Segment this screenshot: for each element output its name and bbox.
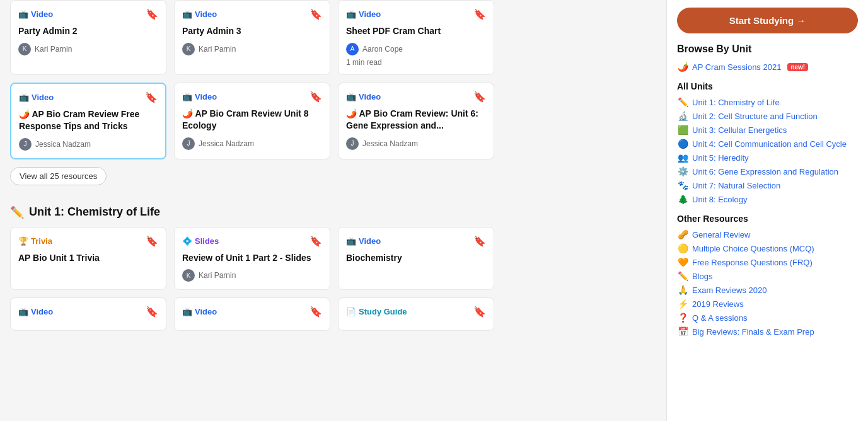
- avatar: K: [182, 269, 195, 282]
- mcq-icon: 🟡: [677, 243, 688, 253]
- new-badge: new!: [787, 63, 808, 71]
- cta-button[interactable]: Start Studying →: [677, 8, 858, 33]
- card-title: Party Admin 2: [18, 25, 158, 38]
- video-icon: 📺: [18, 307, 28, 316]
- card-author: J Jessica Nadzam: [346, 137, 486, 150]
- unit1-cards: 🏆 Trivia 🔖 AP Bio Unit 1 Trivia 💠 Slides…: [10, 227, 656, 291]
- view-all-button[interactable]: View all 25 resources: [10, 167, 107, 185]
- bookmark-icon[interactable]: 🔖: [146, 8, 158, 20]
- big-reviews-link[interactable]: Big Reviews: Finals & Exam Prep: [692, 327, 814, 337]
- unit8-link[interactable]: Unit 8: Ecology: [692, 195, 747, 204]
- study-guide-icon: 📄: [346, 307, 356, 316]
- general-review-icon: 🥜: [677, 229, 688, 239]
- sidebar-item-unit1[interactable]: ✏️ Unit 1: Chemistry of Life: [677, 95, 858, 109]
- card-bottom-3[interactable]: 📄 Study Guide 🔖: [338, 297, 494, 331]
- video-icon: 📺: [346, 92, 356, 101]
- card-party-admin-3[interactable]: 📺 Video 🔖 Party Admin 3 K Kari Parnin: [174, 0, 330, 75]
- bookmark-icon[interactable]: 🔖: [146, 306, 158, 318]
- card-bottom-2[interactable]: 📺 Video 🔖: [174, 297, 330, 331]
- sidebar-item-general-review[interactable]: 🥜 General Review: [677, 228, 858, 241]
- bookmark-icon[interactable]: 🔖: [310, 306, 322, 318]
- qa-icon: ❓: [677, 313, 688, 323]
- exam-reviews-link[interactable]: Exam Reviews 2020: [692, 285, 767, 295]
- unit4-link[interactable]: Unit 4: Cell Communication and Cell Cycl…: [692, 139, 847, 149]
- card-type-label: 📺 Video: [182, 307, 217, 316]
- sidebar: Start Studying → Browse By Unit 🌶️ AP Cr…: [666, 0, 868, 421]
- card-free-response[interactable]: 📺 Video 🔖 🌶️ AP Bio Cram Review Free Res…: [10, 83, 166, 159]
- sidebar-item-mcq[interactable]: 🟡 Multiple Choice Questions (MCQ): [677, 241, 858, 255]
- card-title: 🌶️ AP Bio Cram Review Unit 8 Ecology: [182, 108, 322, 132]
- sidebar-item-unit6[interactable]: ⚙️ Unit 6: Gene Expression and Regulatio…: [677, 164, 858, 178]
- sidebar-item-2019-reviews[interactable]: ⚡ 2019 Reviews: [677, 297, 858, 311]
- frq-link[interactable]: Free Response Questions (FRQ): [692, 258, 813, 267]
- sidebar-item-frq[interactable]: 🧡 Free Response Questions (FRQ): [677, 255, 858, 269]
- card-slides[interactable]: 💠 Slides 🔖 Review of Unit 1 Part 2 - Sli…: [174, 227, 330, 291]
- card-trivia[interactable]: 🏆 Trivia 🔖 AP Bio Unit 1 Trivia: [10, 227, 166, 291]
- unit4-icon: 🔵: [677, 139, 688, 149]
- mcq-link[interactable]: Multiple Choice Questions (MCQ): [692, 244, 814, 253]
- unit1-link[interactable]: Unit 1: Chemistry of Life: [692, 98, 780, 107]
- bookmark-icon[interactable]: 🔖: [473, 306, 486, 318]
- card-author: K Kari Parnin: [182, 43, 322, 55]
- card-type-label: 📺 Video: [18, 9, 53, 19]
- unit5-link[interactable]: Unit 5: Heredity: [692, 153, 749, 163]
- chili-icon: 🌶️: [182, 108, 193, 118]
- cram-review-cards: 📺 Video 🔖 🌶️ AP Bio Cram Review Free Res…: [10, 83, 656, 159]
- 2019-reviews-link[interactable]: 2019 Reviews: [692, 299, 744, 309]
- card-type-label: 🏆 Trivia: [18, 236, 52, 246]
- video-icon: 📺: [182, 307, 192, 316]
- bookmark-icon[interactable]: 🔖: [145, 91, 158, 103]
- card-type-label: 📺 Video: [346, 9, 381, 19]
- cram-sessions-link[interactable]: AP Cram Sessions 2021: [692, 62, 781, 72]
- bookmark-icon[interactable]: 🔖: [310, 91, 322, 103]
- sidebar-item-unit3[interactable]: 🟩 Unit 3: Cellular Energetics: [677, 123, 858, 137]
- card-author: J Jessica Nadzam: [182, 137, 322, 150]
- card-type-label: 📺 Video: [19, 93, 54, 102]
- bookmark-icon[interactable]: 🔖: [473, 235, 486, 247]
- card-type-label: 📺 Video: [182, 92, 217, 101]
- card-unit8-ecology[interactable]: 📺 Video 🔖 🌶️ AP Bio Cram Review Unit 8 E…: [174, 83, 330, 159]
- unit7-link[interactable]: Unit 7: Natural Selection: [692, 181, 780, 190]
- unit8-icon: 🌲: [677, 194, 688, 204]
- unit1-section-header: ✏️ Unit 1: Chemistry of Life: [10, 205, 656, 219]
- unit5-icon: 👥: [677, 153, 688, 163]
- sidebar-item-unit5[interactable]: 👥 Unit 5: Heredity: [677, 151, 858, 164]
- general-review-link[interactable]: General Review: [692, 230, 751, 239]
- cram-sessions-icon: 🌶️: [677, 62, 688, 72]
- card-unit6-gene[interactable]: 📺 Video 🔖 🌶️ AP Bio Cram Review: Unit 6:…: [338, 83, 494, 159]
- slides-icon: 💠: [182, 236, 192, 246]
- card-bottom-1[interactable]: 📺 Video 🔖: [10, 297, 166, 331]
- sidebar-item-blogs[interactable]: ✏️ Blogs: [677, 269, 858, 283]
- bookmark-icon[interactable]: 🔖: [310, 8, 322, 20]
- sidebar-item-big-reviews[interactable]: 📅 Big Reviews: Finals & Exam Prep: [677, 325, 858, 338]
- card-party-admin-2[interactable]: 📺 Video 🔖 Party Admin 2 K Kari Parnin: [10, 0, 166, 75]
- unit3-link[interactable]: Unit 3: Cellular Energetics: [692, 125, 787, 135]
- prev-section-cards: 📺 Video 🔖 Party Admin 2 K Kari Parnin 📺 …: [10, 0, 656, 75]
- sidebar-item-unit7[interactable]: 🐾 Unit 7: Natural Selection: [677, 178, 858, 192]
- other-resources-label: Other Resources: [677, 214, 858, 224]
- sidebar-item-unit2[interactable]: 🔬 Unit 2: Cell Structure and Function: [677, 109, 858, 123]
- card-sheet-pdf[interactable]: 📺 Video 🔖 Sheet PDF Cram Chart A Aaron C…: [338, 0, 494, 75]
- blogs-link[interactable]: Blogs: [692, 272, 713, 281]
- blogs-icon: ✏️: [677, 271, 688, 281]
- sidebar-item-unit8[interactable]: 🌲 Unit 8: Ecology: [677, 192, 858, 206]
- bookmark-icon[interactable]: 🔖: [473, 8, 486, 20]
- sidebar-item-qa[interactable]: ❓ Q & A sessions: [677, 311, 858, 325]
- qa-link[interactable]: Q & A sessions: [692, 313, 747, 323]
- card-title: 🌶️ AP Bio Cram Review: Unit 6: Gene Expr…: [346, 108, 486, 132]
- unit2-icon: 🔬: [677, 111, 688, 121]
- card-author: K Kari Parnin: [182, 269, 322, 282]
- bookmark-icon[interactable]: 🔖: [146, 235, 158, 247]
- bookmark-icon[interactable]: 🔖: [310, 235, 322, 247]
- 2019-reviews-icon: ⚡: [677, 299, 688, 309]
- unit2-link[interactable]: Unit 2: Cell Structure and Function: [692, 112, 818, 121]
- card-biochemistry[interactable]: 📺 Video 🔖 Biochemistry: [338, 227, 494, 291]
- sidebar-item-cram-sessions[interactable]: 🌶️ AP Cram Sessions 2021 new!: [677, 60, 858, 74]
- browse-by-unit-title: Browse By Unit: [677, 43, 858, 55]
- bottom-cards: 📺 Video 🔖 📺 Video 🔖: [10, 297, 656, 331]
- sidebar-item-unit4[interactable]: 🔵 Unit 4: Cell Communication and Cell Cy…: [677, 137, 858, 151]
- unit3-icon: 🟩: [677, 125, 688, 135]
- sidebar-item-exam-reviews-2020[interactable]: 🙏 Exam Reviews 2020: [677, 283, 858, 297]
- unit6-link[interactable]: Unit 6: Gene Expression and Regulation: [692, 167, 838, 176]
- bookmark-icon[interactable]: 🔖: [473, 91, 486, 103]
